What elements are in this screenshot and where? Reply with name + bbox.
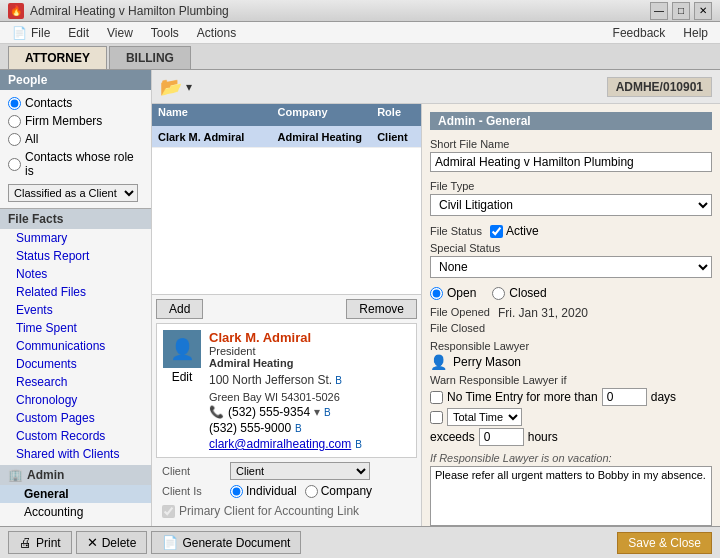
contact-name-cell: Clark M. Admiral	[152, 129, 272, 145]
menu-edit[interactable]: Edit	[60, 24, 97, 42]
window-controls[interactable]: — □ ✕	[650, 2, 712, 20]
open-closed-row: Open Closed	[430, 286, 712, 300]
delete-icon: ✕	[87, 535, 98, 550]
radio-open[interactable]: Open	[430, 286, 476, 300]
exceeds-hours-input[interactable]	[479, 428, 524, 446]
radio-contacts[interactable]: Contacts	[8, 96, 143, 110]
radio-role[interactable]: Contacts whose role is	[8, 150, 143, 178]
contact-phone2: (532) 555-9000	[209, 421, 291, 435]
role-on-file-label: Client	[162, 465, 222, 477]
menu-file[interactable]: 📄 File	[4, 24, 58, 42]
nav-documents[interactable]: Documents	[0, 355, 151, 373]
exceeds-row: exceeds hours	[430, 428, 712, 446]
role-on-file-row: Client Client	[162, 462, 411, 480]
vacation-section: If Responsible Lawyer is on vacation: Pl…	[430, 452, 712, 526]
phone1-dropdown[interactable]: ▾	[314, 405, 320, 419]
phone2-b-link[interactable]: B	[295, 423, 302, 434]
col-role-header: Role	[371, 104, 421, 126]
responsible-lawyer-name: Perry Mason	[453, 355, 521, 369]
role-on-file-select[interactable]: Client	[230, 462, 370, 480]
add-button[interactable]: Add	[156, 299, 203, 319]
nav-shared-clients[interactable]: Shared with Clients	[0, 445, 151, 463]
close-button[interactable]: ✕	[694, 2, 712, 20]
short-file-name-input[interactable]	[430, 152, 712, 172]
radio-all[interactable]: All	[8, 132, 143, 146]
contact-email[interactable]: clark@admiralheating.com	[209, 437, 351, 451]
maximize-button[interactable]: □	[672, 2, 690, 20]
sidebar: People Contacts Firm Members All Contact…	[0, 70, 152, 526]
radio-closed[interactable]: Closed	[492, 286, 546, 300]
nav-admin-accounting[interactable]: Accounting	[0, 503, 151, 521]
nav-research[interactable]: Research	[0, 373, 151, 391]
nav-events[interactable]: Events	[0, 301, 151, 319]
contact-role-cell: Client	[371, 129, 421, 145]
tab-billing[interactable]: BILLING	[109, 46, 191, 69]
save-close-button[interactable]: Save & Close	[617, 532, 712, 554]
nav-status-report[interactable]: Status Report	[0, 247, 151, 265]
app-icon: 🔥	[8, 3, 24, 19]
people-filter-group: Contacts Firm Members All Contacts whose…	[0, 90, 151, 184]
nav-admin-general[interactable]: General	[0, 485, 151, 503]
phone-icon: 📞	[209, 405, 224, 419]
file-opened-label: File Opened	[430, 306, 490, 318]
client-is-label: Client Is	[162, 485, 222, 497]
nav-chronology[interactable]: Chronology	[0, 391, 151, 409]
file-icon: 📄	[12, 26, 27, 40]
total-time-checkbox[interactable]	[430, 411, 443, 424]
client-is-row: Client Is Individual Company	[162, 484, 411, 498]
nav-time-spent[interactable]: Time Spent	[0, 319, 151, 337]
admin-icon: 🏢	[8, 468, 23, 482]
role-filter-select[interactable]: Classified as a Client Role	[8, 184, 138, 202]
file-type-select[interactable]: Civil Litigation	[430, 194, 712, 216]
vacation-label: If Responsible Lawyer is on vacation:	[430, 452, 712, 464]
special-status-select[interactable]: None	[430, 256, 712, 278]
menu-tools[interactable]: Tools	[143, 24, 187, 42]
no-time-entry-checkbox[interactable]	[430, 391, 443, 404]
print-icon: 🖨	[19, 535, 32, 550]
nav-notes[interactable]: Notes	[0, 265, 151, 283]
delete-button[interactable]: ✕ Delete	[76, 531, 148, 554]
days-label: days	[651, 390, 676, 404]
menu-help[interactable]: Help	[675, 24, 716, 42]
vacation-textarea[interactable]: Please refer all urgent matters to Bobby…	[430, 466, 712, 526]
print-button[interactable]: 🖨 Print	[8, 531, 72, 554]
radio-individual[interactable]: Individual	[230, 484, 297, 498]
generate-document-button[interactable]: 📄 Generate Document	[151, 531, 301, 554]
no-time-entry-days-input[interactable]	[602, 388, 647, 406]
total-time-select[interactable]: Total Time	[447, 408, 522, 426]
exceeds-label: exceeds	[430, 430, 475, 444]
total-time-row: Total Time	[430, 408, 712, 426]
tab-attorney[interactable]: ATTORNEY	[8, 46, 107, 69]
contact-company: Admiral Heating	[209, 357, 410, 369]
nav-custom-pages[interactable]: Custom Pages	[0, 409, 151, 427]
folder-icon[interactable]: 📂	[160, 76, 182, 98]
address-b-link[interactable]: B	[335, 375, 342, 386]
phone1-b-link[interactable]: B	[324, 407, 331, 418]
title-bar: 🔥 Admiral Heating v Hamilton Plumbing — …	[0, 0, 720, 22]
edit-button[interactable]: 👤 Edit	[163, 330, 201, 451]
panel-section-title: Admin - General	[430, 112, 712, 130]
menu-view[interactable]: View	[99, 24, 141, 42]
remove-button[interactable]: Remove	[346, 299, 417, 319]
toolbar-arrow[interactable]: ▾	[186, 80, 192, 94]
no-time-entry-row: No Time Entry for more than days	[430, 388, 712, 406]
edit-icon[interactable]: 👤	[163, 330, 201, 368]
special-status-label: Special Status	[430, 242, 712, 254]
table-row[interactable]: Clark M. Admiral Admiral Heating Client	[152, 126, 421, 148]
minimize-button[interactable]: —	[650, 2, 668, 20]
active-checkbox-label[interactable]: Active	[490, 224, 539, 238]
contact-card-area: Add Remove 👤 Edit Clark M. Admiral Presi…	[152, 294, 421, 526]
radio-company[interactable]: Company	[305, 484, 372, 498]
warn-label: Warn Responsible Lawyer if	[430, 374, 712, 386]
menu-feedback[interactable]: Feedback	[605, 24, 674, 42]
email-b-link[interactable]: B	[355, 439, 362, 450]
nav-communications[interactable]: Communications	[0, 337, 151, 355]
active-checkbox[interactable]	[490, 225, 503, 238]
hours-label: hours	[528, 430, 558, 444]
nav-custom-records[interactable]: Custom Records	[0, 427, 151, 445]
nav-summary[interactable]: Summary	[0, 229, 151, 247]
radio-firm-members[interactable]: Firm Members	[8, 114, 143, 128]
menu-actions[interactable]: Actions	[189, 24, 244, 42]
nav-related-files[interactable]: Related Files	[0, 283, 151, 301]
admin-section: 🏢 Admin General Accounting	[0, 465, 151, 521]
